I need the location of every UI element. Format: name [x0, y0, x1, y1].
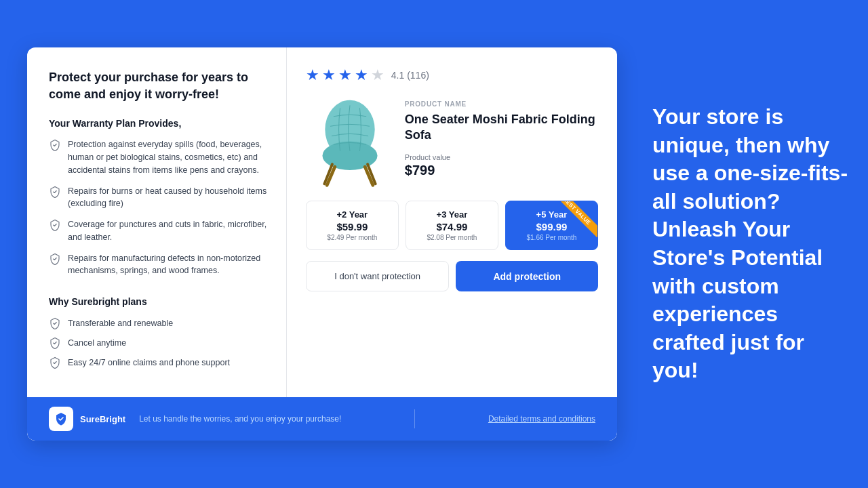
sidebar-text: Your store is unique, then why use a one… — [617, 103, 868, 385]
page-wrapper: Protect your purchase for years to come … — [0, 0, 868, 488]
main-heading: Protect your purchase for years to come … — [49, 69, 267, 103]
shield-icon-2 — [49, 186, 61, 198]
plan-3year-price: $74.99 — [412, 221, 492, 232]
no-protection-button[interactable]: I don't want protection — [306, 261, 450, 291]
main-card: Protect your purchase for years to come … — [27, 47, 617, 441]
star-5: ★ — [371, 66, 384, 84]
product-price: $799 — [405, 163, 598, 178]
star-1: ★ — [306, 66, 319, 84]
product-image — [306, 94, 394, 188]
product-section: PRODUCT NAME One Seater Moshi Fabric Fol… — [306, 94, 598, 188]
product-title: One Seater Moshi Fabric Folding Sofa — [405, 112, 598, 144]
plan-5year-price: $99.99 — [511, 221, 592, 232]
benefit-list: Protection against everyday spills (food… — [49, 138, 267, 277]
plan-3year-monthly: $2.08 Per month — [412, 234, 492, 241]
add-protection-button[interactable]: Add protection — [456, 261, 598, 291]
shield-icon-1 — [49, 139, 61, 151]
why-item-2: Cancel anytime — [49, 336, 267, 349]
stars-row: ★ ★ ★ ★ ★ 4.1 (116) — [306, 66, 598, 84]
shield-icon-4 — [49, 253, 61, 265]
action-buttons: I don't want protection Add protection — [306, 261, 598, 291]
logo-svg — [54, 411, 68, 426]
chair-svg — [306, 94, 394, 188]
plan-5year[interactable]: BEST VALUE +5 Year $99.99 $1.66 Per mont… — [505, 201, 598, 250]
product-info: PRODUCT NAME One Seater Moshi Fabric Fol… — [405, 94, 598, 178]
right-panel: ★ ★ ★ ★ ★ 4.1 (116) — [287, 47, 617, 397]
benefit-item-3: Coverage for punctures and cuts in fabri… — [49, 218, 267, 244]
shield-icon-3 — [49, 219, 61, 231]
star-4: ★ — [355, 66, 368, 84]
surebright-logo — [49, 407, 73, 431]
footer-logo-text: SureBright — [80, 414, 125, 424]
card-body: Protect your purchase for years to come … — [27, 47, 617, 397]
plan-5year-monthly: $1.66 Per month — [511, 234, 592, 241]
card-footer: SureBright Let us handle the worries, an… — [27, 397, 617, 441]
footer-divider — [352, 409, 477, 428]
why-list: Transferable and renewable Cancel anytim… — [49, 317, 267, 369]
footer-logo-area: SureBright — [49, 407, 125, 431]
plan-2year-monthly: $2.49 Per month — [312, 234, 393, 241]
why-item-3: Easy 24/7 online claims and phone suppor… — [49, 356, 267, 369]
star-2: ★ — [322, 66, 336, 84]
plan-3year[interactable]: +3 Year $74.99 $2.08 Per month — [406, 201, 498, 250]
plan-options: +2 Year $59.99 $2.49 Per month +3 Year $… — [306, 201, 598, 250]
why-item-1: Transferable and renewable — [49, 317, 267, 329]
plan-2year[interactable]: +2 Year $59.99 $2.49 Per month — [306, 201, 399, 250]
plan-2year-label: +2 Year — [312, 209, 393, 220]
benefit-item-1: Protection against everyday spills (food… — [49, 138, 267, 176]
plan-3year-label: +3 Year — [412, 209, 492, 220]
divider-line — [414, 409, 415, 428]
rating-value: 4.1 (116) — [391, 70, 429, 81]
why-shield-1 — [49, 317, 61, 329]
benefit-item-4: Repairs for manufacturing defects in non… — [49, 252, 267, 278]
warranty-section-title: Your Warranty Plan Provides, — [49, 118, 267, 129]
footer-terms-link[interactable]: Detailed terms and conditions — [488, 414, 595, 424]
plan-2year-price: $59.99 — [312, 221, 393, 232]
why-shield-2 — [49, 337, 61, 349]
product-name-label: PRODUCT NAME — [405, 100, 598, 108]
footer-tagline: Let us handle the worries, and you enjoy… — [139, 414, 341, 424]
sidebar-headline: Your store is unique, then why use a one… — [652, 103, 854, 385]
left-panel: Protect your purchase for years to come … — [27, 47, 287, 397]
product-value-label: Product value — [405, 153, 598, 161]
star-3: ★ — [338, 66, 352, 84]
benefit-item-2: Repairs for burns or heat caused by hous… — [49, 185, 267, 211]
why-shield-3 — [49, 357, 61, 369]
why-title: Why Surebright plans — [49, 296, 267, 307]
